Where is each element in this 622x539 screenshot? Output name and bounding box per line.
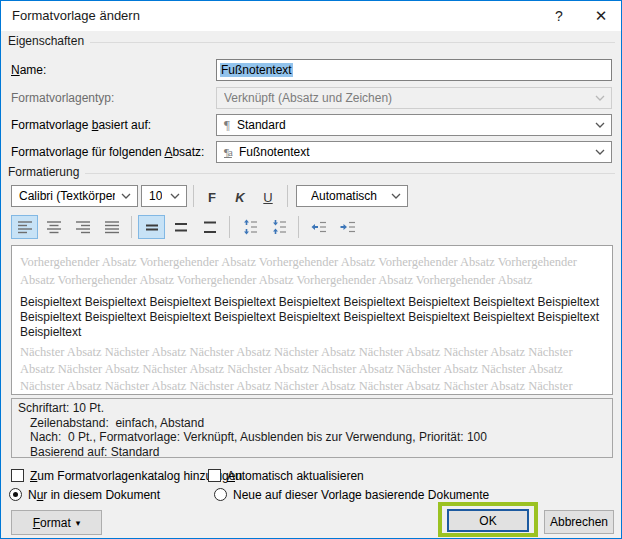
increase-indent-button[interactable] xyxy=(334,215,361,239)
name-input[interactable]: Fußnotentext xyxy=(216,59,612,81)
new-documents-radio[interactable] xyxy=(214,488,227,501)
chevron-down-icon[interactable] xyxy=(385,193,407,199)
italic-button[interactable]: K xyxy=(228,187,252,207)
font-size-combobox[interactable]: 10 xyxy=(141,185,187,207)
font-combobox[interactable]: Calibri (Textkörper) xyxy=(11,185,138,207)
description-line: Zeilenabstand: einfach, Abstand xyxy=(18,416,606,431)
ok-button[interactable]: OK xyxy=(447,509,529,532)
description-line: Schriftart: 10 Pt. xyxy=(18,401,606,416)
next-paragraph-label: Formatvorlage für folgenden Absatz: xyxy=(11,145,204,159)
only-this-document-radio[interactable] xyxy=(9,488,22,501)
next-paragraph-value: Fußnotentext xyxy=(239,145,310,159)
section-divider xyxy=(90,42,615,43)
style-description: Schriftart: 10 Pt. Zeilenabstand: einfac… xyxy=(11,398,613,458)
preview-previous-paragraph: Vorhergehender Absatz Vorhergehender Abs… xyxy=(20,253,604,289)
increase-indent-icon xyxy=(340,219,356,235)
style-preview: Vorhergehender Absatz Vorhergehender Abs… xyxy=(11,245,613,395)
line-spacing-1-5-icon xyxy=(173,219,189,235)
auto-update-checkbox[interactable] xyxy=(208,469,221,482)
preview-sample-text: Beispieltext Beispieltext Beispieltext B… xyxy=(20,295,604,340)
formatting-section-label: Formatierung xyxy=(8,165,79,179)
help-button[interactable]: ? xyxy=(542,1,576,31)
chevron-down-icon[interactable] xyxy=(589,122,611,128)
based-on-label: Formatvorlage basiert auf: xyxy=(11,118,151,132)
decrease-indent-icon xyxy=(311,219,327,235)
chevron-down-icon[interactable] xyxy=(589,149,611,155)
next-paragraph-combobox[interactable]: ¶a Fußnotentext xyxy=(216,141,612,163)
add-to-gallery-checkbox[interactable] xyxy=(11,469,24,482)
align-right-button[interactable] xyxy=(69,215,96,239)
modify-style-dialog: Formatvorlage ändern ? ✕ Eigenschaften N… xyxy=(0,0,622,539)
line-spacing-1-5-button[interactable] xyxy=(167,215,194,239)
description-line: Basierend auf: Standard xyxy=(18,445,606,459)
underline-button[interactable]: U xyxy=(256,187,280,207)
new-documents-option[interactable]: Neue auf dieser Vorlage basierende Dokum… xyxy=(214,487,489,502)
close-icon: ✕ xyxy=(595,7,608,25)
line-spacing-double-icon xyxy=(202,219,218,235)
bold-button[interactable]: F xyxy=(200,187,224,207)
font-value: Calibri (Textkörper) xyxy=(19,189,115,203)
toolbar-separator xyxy=(131,216,132,238)
format-button-label: Format xyxy=(33,516,71,530)
chevron-down-icon[interactable] xyxy=(115,193,137,199)
chevron-down-icon xyxy=(589,95,611,101)
align-left-button[interactable] xyxy=(11,215,38,239)
based-on-combobox[interactable]: ¶ Standard xyxy=(216,114,612,136)
description-line: Nach: 0 Pt., Formatvorlage: Verknüpft, A… xyxy=(18,430,606,445)
name-selected-text: Fußnotentext xyxy=(220,63,293,77)
style-type-combobox: Verknüpft (Absatz und Zeichen) xyxy=(216,87,612,109)
title-bar: Formatvorlage ändern ? ✕ xyxy=(1,1,621,31)
decrease-paragraph-spacing-icon xyxy=(271,219,287,235)
justify-button[interactable] xyxy=(98,215,125,239)
toolbar-separator xyxy=(287,185,288,207)
close-button[interactable]: ✕ xyxy=(581,1,621,31)
increase-paragraph-spacing-button[interactable] xyxy=(236,215,263,239)
properties-section-label: Eigenschaften xyxy=(8,34,84,48)
increase-paragraph-spacing-icon xyxy=(242,219,258,235)
dialog-title: Formatvorlage ändern xyxy=(12,8,140,23)
align-center-icon xyxy=(46,219,62,235)
style-type-value: Verknüpft (Absatz und Zeichen) xyxy=(224,91,392,105)
font-color-combobox[interactable]: Automatisch xyxy=(296,185,408,207)
font-size-value: 10 xyxy=(149,189,162,203)
dropdown-caret-icon: ▾ xyxy=(76,518,81,528)
linked-style-icon: ¶a xyxy=(224,146,232,158)
only-this-document-option[interactable]: Nur in diesem Dokument xyxy=(9,487,160,502)
format-button[interactable]: Format ▾ xyxy=(11,510,102,535)
align-center-button[interactable] xyxy=(40,215,67,239)
name-label: Name: xyxy=(11,63,46,77)
properties-section-header: Eigenschaften xyxy=(8,34,615,48)
toolbar-separator xyxy=(193,185,194,207)
preview-next-paragraph: Nächster Absatz Nächster Absatz Nächster… xyxy=(20,344,604,395)
align-left-icon xyxy=(17,219,33,235)
toolbar-separator xyxy=(298,216,299,238)
paragraph-toolbar xyxy=(11,214,363,240)
help-icon: ? xyxy=(555,8,563,24)
formatting-section-header: Formatierung xyxy=(8,165,615,179)
section-divider xyxy=(85,173,615,174)
auto-update-option[interactable]: Automatisch aktualisieren xyxy=(208,468,364,483)
align-right-icon xyxy=(75,219,91,235)
line-spacing-single-button[interactable] xyxy=(138,215,165,239)
decrease-indent-button[interactable] xyxy=(305,215,332,239)
justify-icon xyxy=(104,219,120,235)
font-color-value: Automatisch xyxy=(311,189,377,203)
auto-update-label[interactable]: Automatisch aktualisieren xyxy=(227,469,364,483)
style-type-label: Formatvorlagentyp: xyxy=(11,91,114,105)
based-on-value: Standard xyxy=(237,118,286,132)
toolbar-separator xyxy=(229,216,230,238)
chevron-down-icon[interactable] xyxy=(164,193,186,199)
line-spacing-single-icon xyxy=(144,219,160,235)
line-spacing-double-button[interactable] xyxy=(196,215,223,239)
new-documents-label[interactable]: Neue auf dieser Vorlage basierende Dokum… xyxy=(233,488,489,502)
decrease-paragraph-spacing-button[interactable] xyxy=(265,215,292,239)
only-this-document-label[interactable]: Nur in diesem Dokument xyxy=(28,488,160,502)
cancel-button[interactable]: Abbrechen xyxy=(544,510,614,534)
pilcrow-icon: ¶ xyxy=(224,117,230,133)
